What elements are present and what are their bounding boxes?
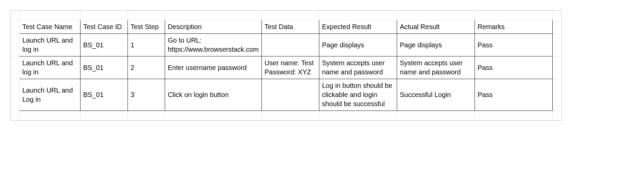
cell-test-step[interactable]: 2	[128, 56, 165, 79]
cell-test-case-id[interactable]: BS_01	[80, 79, 128, 111]
cell-test-case-name[interactable]: Launch URL and log in	[20, 34, 80, 56]
table-row: Launch URL and log in BS_01 1 Go to URL:…	[11, 34, 561, 56]
header-remarks[interactable]: Remarks	[475, 20, 552, 34]
cell-actual-result[interactable]: Page displays	[397, 34, 475, 56]
table-header-row: Test Case Name Test Case ID Test Step De…	[11, 20, 561, 34]
header-test-case-name[interactable]: Test Case Name	[20, 20, 80, 34]
header-expected-result[interactable]: Expected Result	[319, 20, 397, 34]
cell-actual-result[interactable]: Successful Login	[397, 79, 475, 111]
cell-expected-result[interactable]: Log in button should be clickable and lo…	[319, 79, 397, 111]
cell-expected-result[interactable]: Page displays	[319, 34, 397, 56]
ghost-row-top	[11, 11, 561, 20]
header-test-data[interactable]: Test Data	[261, 20, 319, 34]
table-row: Launch URL and log in BS_01 2 Enter user…	[11, 56, 561, 79]
cell-test-step[interactable]: 1	[128, 34, 165, 56]
header-test-step[interactable]: Test Step	[128, 20, 165, 34]
cell-actual-result[interactable]: System accepts user name and password	[397, 56, 475, 79]
cell-description[interactable]: Click on login button	[165, 79, 262, 111]
table-row: Launch URL and Log in BS_01 3 Click on l…	[11, 79, 561, 111]
cell-test-case-name[interactable]: Launch URL and log in	[20, 56, 80, 79]
cell-remarks[interactable]: Pass	[475, 79, 552, 111]
cell-test-data[interactable]	[261, 34, 319, 56]
cell-expected-result[interactable]: System accepts user name and password	[319, 56, 397, 79]
header-description[interactable]: Description	[165, 20, 262, 34]
cell-test-data[interactable]: User name: TestPassword: XYZ	[261, 56, 319, 79]
header-test-case-id[interactable]: Test Case ID	[80, 20, 128, 34]
cell-description[interactable]: Enter username password	[165, 56, 262, 79]
ghost-row-bottom	[11, 111, 561, 120]
cell-test-case-id[interactable]: BS_01	[80, 56, 128, 79]
header-actual-result[interactable]: Actual Result	[397, 20, 475, 34]
cell-description[interactable]: Go to URL: https://www.browserstack.com	[165, 34, 262, 56]
cell-test-step[interactable]: 3	[128, 79, 165, 111]
test-case-table: Test Case Name Test Case ID Test Step De…	[10, 10, 561, 120]
cell-test-case-name[interactable]: Launch URL and Log in	[20, 79, 80, 111]
spreadsheet-container: Test Case Name Test Case ID Test Step De…	[10, 10, 562, 121]
cell-test-case-id[interactable]: BS_01	[80, 34, 128, 56]
cell-remarks[interactable]: Pass	[475, 34, 552, 56]
cell-test-data[interactable]	[261, 79, 319, 111]
cell-remarks[interactable]: Pass	[475, 56, 552, 79]
